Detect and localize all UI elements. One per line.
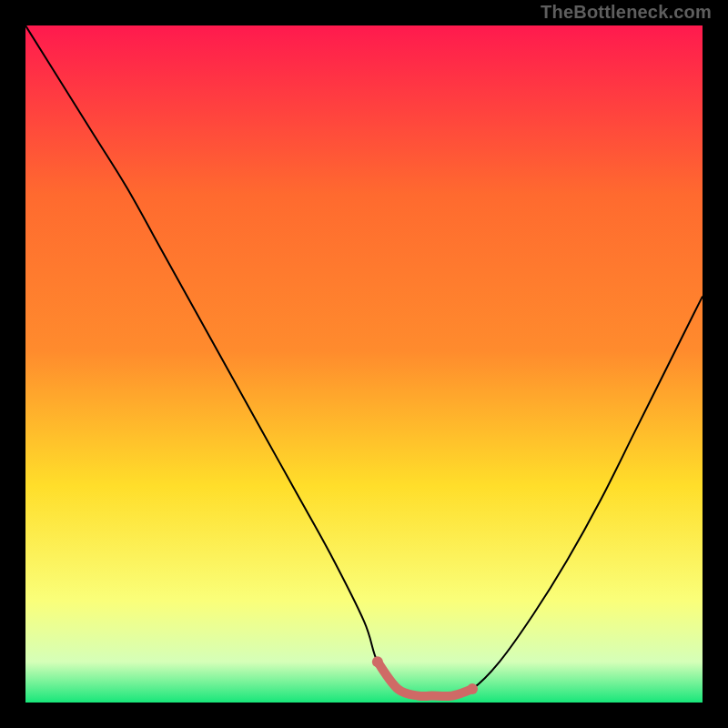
optimal-range-end-dot [467, 683, 478, 694]
chart-frame: TheBottleneck.com [0, 0, 728, 728]
chart-background-gradient [25, 25, 703, 703]
watermark-label: TheBottleneck.com [541, 2, 712, 23]
bottleneck-chart [25, 25, 703, 703]
optimal-range-start-dot [372, 656, 383, 667]
chart-plot-area [25, 25, 703, 703]
